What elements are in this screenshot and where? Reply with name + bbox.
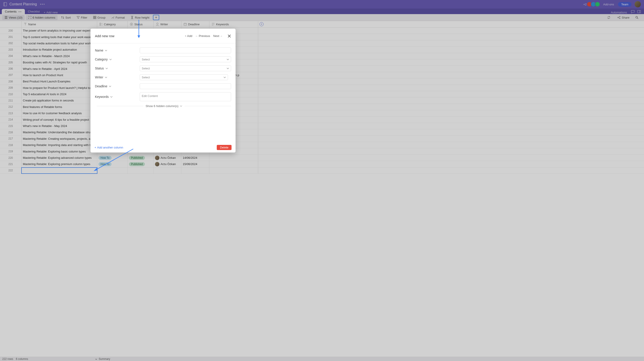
chevron-down-icon — [226, 59, 229, 60]
close-icon[interactable] — [228, 34, 231, 38]
modal-header: Add new row +Add ←Previous Next→ — [90, 29, 236, 44]
field-label-category[interactable]: Category — [95, 58, 140, 61]
add-column-link[interactable]: +Add another column — [94, 146, 123, 149]
status-select[interactable]: Select — [140, 66, 231, 71]
modal-title: Add new row — [95, 34, 114, 38]
modal-add-button[interactable]: +Add — [185, 34, 192, 38]
modal-next-button[interactable]: Next→ — [213, 34, 222, 38]
chevron-down-icon — [224, 76, 226, 78]
show-hidden-columns[interactable]: Show 6 hidden column(s) — [97, 104, 231, 108]
modal-body: Name Category Select Status Select Write… — [90, 44, 236, 142]
field-label-name[interactable]: Name — [95, 48, 140, 52]
modal-previous-button[interactable]: ←Previous — [196, 34, 210, 38]
writer-select[interactable]: Select — [140, 74, 228, 80]
delete-button[interactable]: Delete — [217, 145, 232, 150]
field-label-writer[interactable]: Writer — [95, 76, 140, 79]
modal-footer: +Add another column Delete — [90, 142, 236, 152]
chevron-down-icon — [226, 68, 229, 69]
add-row-modal: Add new row +Add ←Previous Next→ Name Ca… — [90, 29, 236, 152]
field-label-deadline[interactable]: Deadline — [95, 84, 140, 88]
field-label-status[interactable]: Status — [95, 66, 140, 70]
deadline-input[interactable] — [140, 83, 231, 89]
keywords-textarea[interactable]: Edit Content — [140, 92, 231, 101]
category-select[interactable]: Select — [140, 56, 231, 62]
field-label-keywords[interactable]: Keywords — [95, 95, 140, 98]
name-input[interactable] — [140, 48, 231, 53]
